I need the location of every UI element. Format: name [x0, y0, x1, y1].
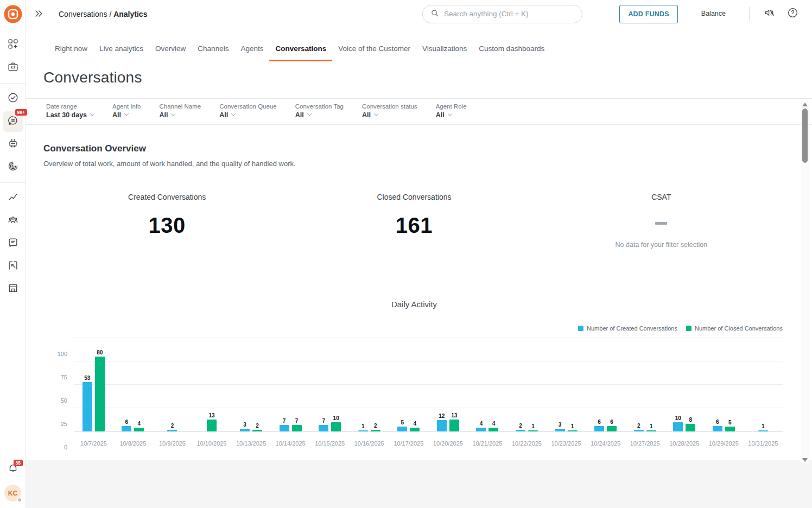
- bar-number-of-created-conversations-10-14-2025[interactable]: 7: [280, 418, 289, 431]
- tab-custom-dashboards[interactable]: Custom dashboards: [473, 41, 550, 61]
- add-funds-button[interactable]: ADD FUNDS: [619, 5, 677, 23]
- sidebar-item-exit-link[interactable]: [3, 256, 23, 277]
- sidebar-item-analytics[interactable]: [3, 188, 23, 208]
- mute-button[interactable]: [763, 8, 776, 21]
- brand-logo-icon[interactable]: [3, 4, 23, 24]
- filter-conversation-tag[interactable]: Conversation TagAll: [295, 103, 344, 119]
- bar-value-label: 1: [531, 423, 535, 429]
- legend-item-number-of-created-conversations[interactable]: Number of Created Conversations: [578, 325, 677, 332]
- bar-value-label: 4: [480, 421, 483, 427]
- analytics-panel: Right nowLive analyticsOverviewChannelsA…: [26, 28, 812, 460]
- bar-number-of-closed-conversations-10-21-2025[interactable]: 4: [489, 421, 498, 431]
- help-button[interactable]: [786, 8, 799, 21]
- sidebar-item-contacts[interactable]: [3, 211, 23, 231]
- bar-number-of-created-conversations-10-7-2025[interactable]: 53: [83, 375, 92, 431]
- bar-number-of-created-conversations-10-15-2025[interactable]: 7: [319, 418, 328, 431]
- tab-right-now[interactable]: Right now: [49, 41, 93, 61]
- filter-value: All: [112, 111, 121, 119]
- no-data-dash: [655, 222, 667, 225]
- bar-number-of-created-conversations-10-16-2025[interactable]: 1: [358, 423, 368, 431]
- tab-channels[interactable]: Channels: [192, 41, 234, 61]
- filter-conversation-queue[interactable]: Conversation QueueAll: [219, 103, 276, 119]
- section-subtitle: Overview of total work, amount of work h…: [43, 160, 785, 168]
- sidebar-item-bots[interactable]: [3, 134, 23, 155]
- legend-item-number-of-closed-conversations[interactable]: Number of Closed Conversations: [686, 325, 783, 332]
- filter-bar: Date rangeLast 30 daysAgent InfoAllChann…: [26, 98, 812, 125]
- scroll-down-arrow[interactable]: [802, 458, 808, 462]
- y-tick-0: 0: [43, 444, 67, 450]
- filter-date-range[interactable]: Date rangeLast 30 days: [46, 103, 94, 119]
- topbar-right: ADD FUNDS Balance: [619, 5, 800, 23]
- bar-value-label: 1: [571, 423, 574, 429]
- bar-number-of-closed-conversations-10-20-2025[interactable]: 13: [449, 412, 459, 431]
- bar-number-of-closed-conversations-10-22-2025[interactable]: 1: [528, 423, 538, 431]
- bar-number-of-created-conversations-10-22-2025[interactable]: 2: [516, 423, 525, 431]
- bar-value-label: 13: [208, 412, 214, 418]
- filter-agent-info[interactable]: Agent InfoAll: [112, 103, 141, 119]
- bar-value-label: 6: [610, 419, 613, 425]
- tab-visualizations[interactable]: Visualizations: [416, 41, 473, 61]
- bar-value-label: 3: [559, 422, 562, 428]
- bar-number-of-closed-conversations-10-8-2025[interactable]: 4: [134, 421, 144, 431]
- scrollbar-thumb[interactable]: [802, 109, 808, 163]
- sidebar-item-storefront[interactable]: [3, 279, 23, 300]
- x-tick-10-9-2025: 10/9/2025: [153, 436, 192, 447]
- bar-number-of-created-conversations-10-28-2025[interactable]: 10: [673, 415, 683, 431]
- bar-number-of-closed-conversations-10-7-2025[interactable]: 80: [95, 350, 105, 431]
- tab-overview[interactable]: Overview: [149, 41, 192, 61]
- x-tick-10-16-2025: 10/16/2025: [350, 436, 389, 447]
- bar-number-of-created-conversations-10-20-2025[interactable]: 12: [437, 413, 447, 431]
- bar-number-of-closed-conversations-10-23-2025[interactable]: 1: [568, 423, 578, 431]
- sidebar-item-developer[interactable]: [3, 58, 23, 78]
- sidebar-item-knowledge-base[interactable]: [3, 233, 23, 254]
- sidebar-item-flows[interactable]: [3, 157, 23, 177]
- bar-number-of-created-conversations-10-31-2025[interactable]: 1: [758, 423, 768, 431]
- filter-agent-role[interactable]: Agent RoleAll: [436, 103, 467, 119]
- filter-channel-name[interactable]: Channel NameAll: [159, 103, 201, 119]
- search-input[interactable]: [444, 10, 574, 18]
- bar-rect: [686, 424, 695, 431]
- legend-swatch: [686, 326, 692, 331]
- bar-number-of-created-conversations-10-13-2025[interactable]: 3: [240, 422, 250, 431]
- analytics-tabs: Right nowLive analyticsOverviewChannelsA…: [26, 28, 812, 61]
- notifications-button[interactable]: 35: [7, 462, 19, 476]
- bar-number-of-closed-conversations-10-15-2025[interactable]: 10: [331, 415, 341, 431]
- global-search[interactable]: [422, 5, 582, 23]
- sidebar-item-apps[interactable]: [3, 35, 23, 55]
- bar-rect: [758, 430, 768, 431]
- bar-number-of-closed-conversations-10-28-2025[interactable]: 8: [686, 417, 695, 431]
- tab-live-analytics[interactable]: Live analytics: [93, 41, 149, 61]
- bar-number-of-created-conversations-10-21-2025[interactable]: 4: [476, 421, 486, 431]
- filter-conversation-status[interactable]: Conversation statusAll: [362, 103, 417, 119]
- bar-number-of-closed-conversations-10-10-2025[interactable]: 13: [207, 412, 217, 431]
- sidebar-item-goals[interactable]: [3, 88, 23, 109]
- bar-number-of-created-conversations-10-27-2025[interactable]: 2: [634, 423, 644, 431]
- main-column: Conversations / Analytics ADD FUNDS Bala…: [26, 0, 812, 508]
- tab-agents[interactable]: Agents: [234, 41, 269, 61]
- bar-number-of-closed-conversations-10-13-2025[interactable]: 2: [252, 423, 262, 431]
- bar-number-of-created-conversations-10-8-2025[interactable]: 6: [122, 419, 131, 431]
- vertical-scrollbar[interactable]: [801, 101, 809, 463]
- bar-number-of-closed-conversations-10-29-2025[interactable]: 5: [725, 420, 735, 431]
- bar-number-of-closed-conversations-10-14-2025[interactable]: 7: [292, 418, 302, 431]
- bar-number-of-created-conversations-10-17-2025[interactable]: 5: [397, 420, 407, 431]
- bar-number-of-closed-conversations-10-27-2025[interactable]: 1: [646, 423, 656, 431]
- bar-number-of-closed-conversations-10-24-2025[interactable]: 6: [607, 419, 617, 431]
- bar-number-of-closed-conversations-10-16-2025[interactable]: 2: [371, 423, 380, 431]
- bar-number-of-created-conversations-10-29-2025[interactable]: 6: [713, 419, 722, 431]
- user-avatar[interactable]: KC: [4, 485, 21, 501]
- bar-number-of-closed-conversations-10-17-2025[interactable]: 4: [410, 421, 420, 431]
- bar-value-label: 5: [401, 420, 404, 426]
- bar-number-of-created-conversations-10-23-2025[interactable]: 3: [555, 422, 565, 431]
- bar-number-of-created-conversations-10-24-2025[interactable]: 6: [594, 419, 604, 431]
- tab-conversations[interactable]: Conversations: [269, 41, 332, 61]
- bar-number-of-created-conversations-10-9-2025[interactable]: 2: [167, 423, 177, 431]
- breadcrumb-section[interactable]: Conversations: [59, 10, 107, 18]
- x-tick-10-15-2025: 10/15/2025: [310, 436, 350, 447]
- sidebar-item-inbox[interactable]: 99+: [3, 111, 23, 132]
- bar-group-10-10-2025: 13: [192, 338, 232, 431]
- tab-voice-of-the-customer[interactable]: Voice of the Customer: [332, 41, 416, 61]
- bar-value-label: 7: [283, 418, 286, 424]
- scroll-up-arrow[interactable]: [802, 103, 808, 106]
- expand-sidebar-button[interactable]: [34, 9, 45, 20]
